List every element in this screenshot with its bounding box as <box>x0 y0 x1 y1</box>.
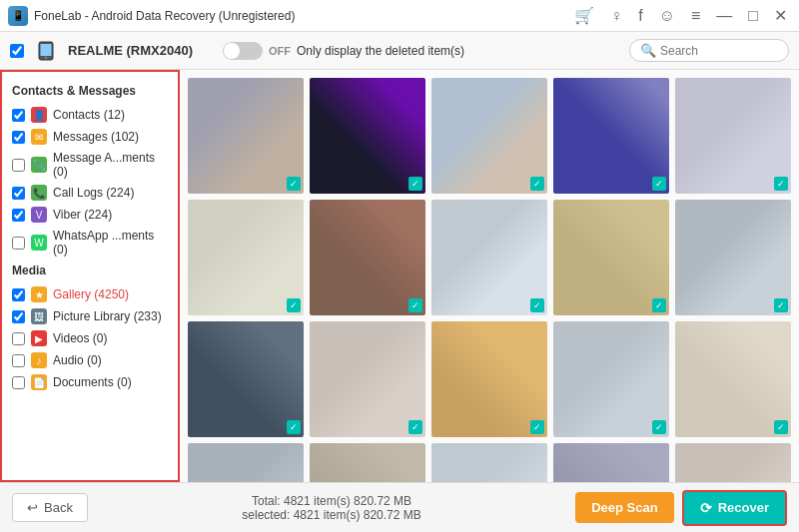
recover-button[interactable]: ⟳ Recover <box>682 490 787 526</box>
cart-icon[interactable]: 🛒 <box>570 6 598 25</box>
gallery-item[interactable]: ✓ <box>553 321 669 437</box>
device-icon <box>34 39 58 63</box>
sidebar-item-checkbox[interactable] <box>12 159 25 172</box>
toggle-switch[interactable] <box>223 42 263 60</box>
back-arrow-icon: ↩ <box>27 500 38 515</box>
gallery-item[interactable]: ✓ <box>188 443 304 482</box>
gallery-image <box>553 443 669 482</box>
gallery-item[interactable]: ✓ <box>675 78 791 194</box>
sidebar-item-checkbox[interactable] <box>12 354 25 367</box>
gallery-item-check: ✓ <box>408 177 422 191</box>
sidebar-item-checkbox[interactable] <box>12 376 25 389</box>
sidebar-item-icon: 📎 <box>31 157 47 173</box>
sidebar-item-icon: W <box>31 235 47 251</box>
toggle-area: OFF Only display the deleted item(s) <box>223 42 464 60</box>
gallery-item[interactable]: ✓ <box>553 78 669 194</box>
gallery-item[interactable]: ✓ <box>431 78 547 194</box>
sidebar-item[interactable]: 📎Message A...ments (0) <box>2 148 178 182</box>
gallery-item[interactable]: ✓ <box>553 200 669 315</box>
search-icon: 🔍 <box>640 43 656 58</box>
search-area[interactable]: 🔍 <box>629 39 789 62</box>
gallery-image <box>675 443 791 482</box>
sidebar-section-title: Media <box>2 260 178 283</box>
menu-icon[interactable]: ≡ <box>687 7 704 25</box>
sidebar-item-checkbox[interactable] <box>12 332 25 345</box>
sidebar-item-icon: ✉ <box>31 129 47 145</box>
close-button[interactable]: ✕ <box>770 6 791 25</box>
gallery-item[interactable]: ✓ <box>188 78 304 194</box>
gallery-item-check: ✓ <box>774 298 788 312</box>
gallery-item[interactable]: ✓ <box>188 200 304 315</box>
gallery-item[interactable]: ✓ <box>675 321 791 437</box>
sidebar-item[interactable]: WWhatsApp ...ments (0) <box>2 226 178 260</box>
sidebar-item[interactable]: ♪Audio (0) <box>2 349 178 371</box>
sidebar-item-icon: 📄 <box>31 374 47 390</box>
sidebar-item-checkbox[interactable] <box>12 288 25 301</box>
account-icon[interactable]: ♀ <box>606 7 626 25</box>
gallery-item-check: ✓ <box>408 420 422 434</box>
gallery-item[interactable]: ✓ <box>431 200 547 315</box>
gallery-item[interactable]: ✓ <box>310 321 425 437</box>
sidebar-item[interactable]: ✉Messages (102) <box>2 126 178 148</box>
sidebar-item-label: Audio (0) <box>53 353 102 367</box>
gallery-item[interactable]: ✓ <box>310 443 425 482</box>
sidebar-item-icon: ♪ <box>31 352 47 368</box>
recover-icon: ⟳ <box>700 500 712 516</box>
sidebar-item-checkbox[interactable] <box>12 310 25 323</box>
app-icon: 📱 <box>8 6 28 26</box>
selected-text: selected: 4821 item(s) 820.72 MB <box>242 508 420 522</box>
main-content: Contacts & Messages👤Contacts (12)✉Messag… <box>0 70 799 482</box>
gallery-item-check: ✓ <box>408 298 422 312</box>
gallery-item-check: ✓ <box>530 177 544 191</box>
sidebar-item[interactable]: 📞Call Logs (224) <box>2 182 178 204</box>
gallery-area: ✓✓✓✓✓✓✓✓✓✓✓✓✓✓✓✓✓✓✓✓ <box>180 70 799 482</box>
gallery-item-check: ✓ <box>774 420 788 434</box>
gallery-item-check: ✓ <box>652 177 666 191</box>
gallery-item-check: ✓ <box>287 298 301 312</box>
sidebar-item-checkbox[interactable] <box>12 237 25 250</box>
gallery-item[interactable]: ✓ <box>188 321 304 437</box>
sidebar-item-checkbox[interactable] <box>12 131 25 144</box>
sidebar-item[interactable]: ★Gallery (4250) <box>2 283 178 305</box>
footer-stats: Total: 4821 item(s) 820.72 MB selected: … <box>242 494 420 522</box>
search-input[interactable] <box>660 44 778 58</box>
total-text: Total: 4821 item(s) 820.72 MB <box>242 494 420 508</box>
gallery-image <box>310 443 425 482</box>
svg-rect-1 <box>41 44 52 56</box>
sidebar-item-label: Contacts (12) <box>53 108 125 122</box>
toggle-off-label: OFF <box>269 45 291 57</box>
deep-scan-button[interactable]: Deep Scan <box>575 492 673 523</box>
title-bar-left: 📱 FoneLab - Android Data Recovery (Unreg… <box>8 6 295 26</box>
device-checkbox[interactable] <box>10 44 24 58</box>
gallery-item[interactable]: ✓ <box>431 321 547 437</box>
sidebar-item-label: WhatsApp ...ments (0) <box>53 229 168 257</box>
svg-point-2 <box>45 56 47 58</box>
sidebar-item[interactable]: 📄Documents (0) <box>2 371 178 393</box>
back-button[interactable]: ↩ Back <box>12 493 88 522</box>
gallery-item[interactable]: ✓ <box>310 200 425 315</box>
gallery-item-check: ✓ <box>530 420 544 434</box>
deep-scan-label: Deep Scan <box>591 500 657 515</box>
gallery-item[interactable]: ✓ <box>553 443 669 482</box>
gallery-item[interactable]: ✓ <box>675 443 791 482</box>
toggle-description: Only display the deleted item(s) <box>297 44 464 58</box>
sidebar-item[interactable]: VViber (224) <box>2 204 178 226</box>
sidebar-item[interactable]: 👤Contacts (12) <box>2 104 178 126</box>
sidebar-item-label: Gallery (4250) <box>53 287 129 301</box>
sidebar-item-checkbox[interactable] <box>12 209 25 222</box>
sidebar-item-icon: ★ <box>31 286 47 302</box>
minimize-button[interactable]: — <box>712 7 736 25</box>
sidebar-section-title: Contacts & Messages <box>2 80 178 104</box>
gallery-item[interactable]: ✓ <box>310 78 425 194</box>
sidebar-item[interactable]: 🖼Picture Library (233) <box>2 305 178 327</box>
gallery-item[interactable]: ✓ <box>431 443 547 482</box>
gallery-item-check: ✓ <box>652 298 666 312</box>
sidebar-item-checkbox[interactable] <box>12 187 25 200</box>
gallery-item[interactable]: ✓ <box>675 200 791 315</box>
footer-right: Deep Scan ⟳ Recover <box>575 490 787 526</box>
sidebar-item-checkbox[interactable] <box>12 109 25 122</box>
sidebar-item[interactable]: ▶Videos (0) <box>2 327 178 349</box>
facebook-icon[interactable]: f <box>634 7 646 25</box>
maximize-button[interactable]: □ <box>744 7 762 25</box>
chat-icon[interactable]: ☺ <box>655 7 679 25</box>
